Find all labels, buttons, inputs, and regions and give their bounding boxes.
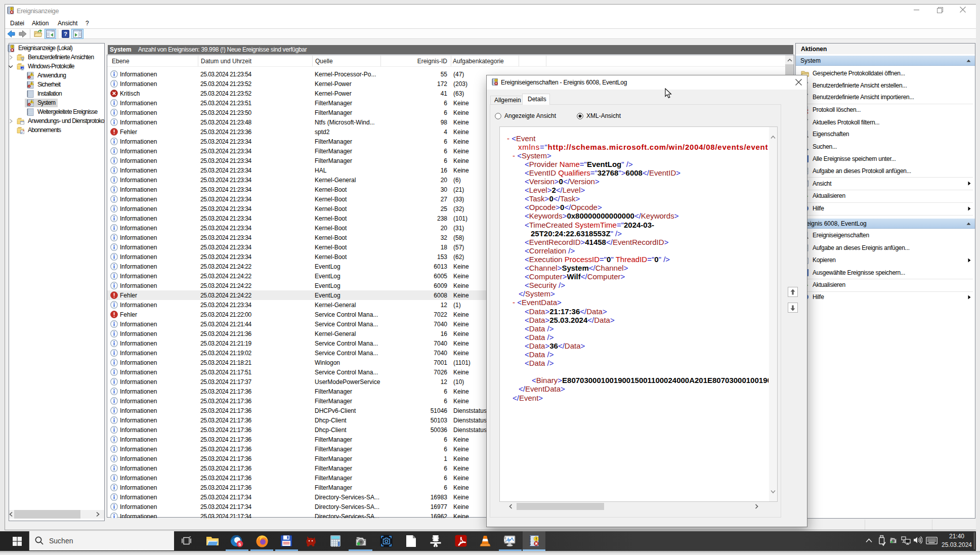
svg-text:5: 5: [238, 541, 241, 547]
svg-text:?: ?: [64, 31, 67, 37]
